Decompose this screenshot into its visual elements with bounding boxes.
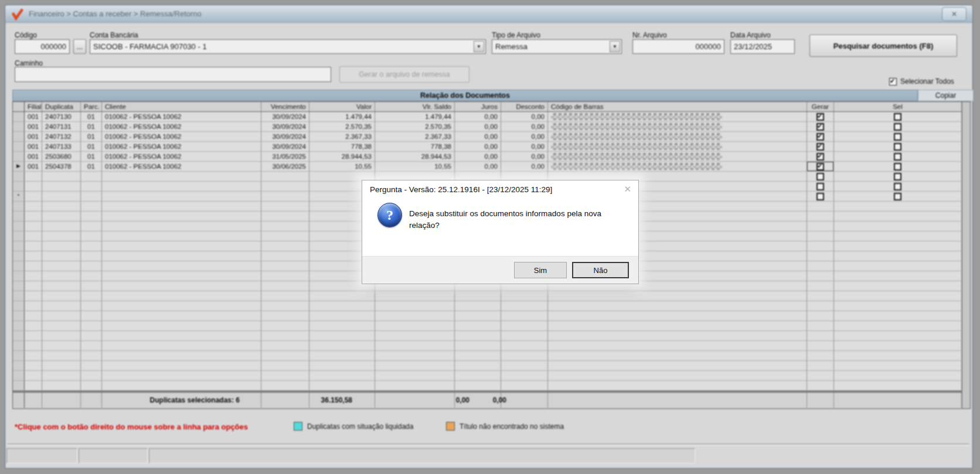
cell-empty	[81, 271, 102, 281]
chevron-down-icon[interactable]: ▼	[474, 41, 484, 52]
selecionar-todos[interactable]: Selecionar Todos	[889, 77, 954, 86]
cell-valor: 1.479,44	[309, 112, 375, 121]
barcode-masked	[551, 133, 722, 140]
cell-empty	[834, 393, 962, 408]
row-indicator-empty	[13, 291, 25, 301]
cell-empty	[309, 311, 375, 320]
sel-checkbox[interactable]	[894, 163, 901, 170]
status-panel	[6, 448, 77, 463]
cell-empty	[25, 221, 42, 231]
cell-cliente: 010062 - PESSOA 10062	[102, 122, 261, 131]
sel-checkbox[interactable]	[894, 193, 901, 200]
cell-empty	[25, 241, 42, 251]
table-row[interactable]: 001240713001010062 - PESSOA 1006230/09/2…	[13, 112, 970, 122]
cell-empty	[102, 202, 261, 211]
table-row-empty[interactable]	[13, 361, 970, 371]
table-row-empty[interactable]	[13, 291, 970, 301]
cell-empty	[25, 341, 42, 350]
gerar-checkbox[interactable]	[816, 143, 824, 151]
nr-arquivo-input[interactable]: 000000	[632, 39, 724, 54]
table-row-empty[interactable]	[13, 311, 970, 321]
chevron-down-icon[interactable]: ▼	[610, 41, 620, 52]
sim-button[interactable]: Sim	[514, 262, 567, 278]
table-row-empty[interactable]	[13, 331, 970, 341]
gerar-checkbox[interactable]	[816, 133, 824, 141]
gerar-checkbox[interactable]	[816, 113, 824, 121]
sel-checkbox[interactable]	[894, 143, 901, 151]
table-row-empty[interactable]	[13, 341, 970, 351]
sel-checkbox[interactable]	[894, 133, 901, 141]
row-indicator-empty	[13, 221, 25, 231]
browse-button[interactable]: ...	[73, 39, 86, 54]
conta-bancaria-select[interactable]: SICOOB - FARMACIA 907030 - 1 ▼	[90, 39, 486, 54]
cell-cliente: 010062 - PESSOA 10062	[102, 152, 261, 161]
nr-arquivo-label: Nr. Arquivo	[632, 31, 667, 39]
cell-empty	[834, 241, 962, 251]
codigo-input[interactable]: 000000	[15, 39, 70, 54]
sel-checkbox[interactable]	[894, 153, 901, 161]
table-row-empty[interactable]	[13, 321, 970, 331]
cell-empty	[501, 351, 548, 360]
cell-empty	[834, 231, 962, 241]
cell-vencimento: 30/06/2025	[261, 162, 309, 171]
cell-cliente: 010062 - PESSOA 10062	[102, 162, 261, 171]
table-row[interactable]: 001240713201010062 - PESSOA 1006230/09/2…	[13, 132, 970, 142]
legend-label: Duplicatas com situação liquidada	[307, 422, 413, 431]
cell-valor: 2.570,35	[309, 122, 375, 131]
table-row-empty[interactable]	[13, 371, 970, 381]
window-close-button[interactable]: ✕	[942, 7, 967, 21]
table-row-empty[interactable]	[13, 301, 970, 311]
gerar-checkbox[interactable]	[816, 183, 824, 190]
dialog-message: Deseja substituir os documentos informad…	[409, 208, 628, 232]
cell-vencimento: 30/09/2024	[261, 112, 309, 121]
cell-empty	[834, 221, 962, 231]
sel-checkbox[interactable]	[894, 113, 901, 121]
cell-vencimento: 30/09/2024	[261, 122, 309, 131]
totals-desconto: 0,00	[460, 396, 506, 404]
gerar-checkbox[interactable]	[816, 173, 824, 180]
row-indicator-empty	[13, 393, 25, 408]
gerar-checkbox[interactable]	[816, 123, 824, 131]
cell-gerar	[807, 132, 834, 141]
codigo-label: Código	[15, 31, 37, 39]
cell-empty	[42, 221, 81, 231]
cell-vencimento: 30/09/2024	[261, 132, 309, 141]
window-titlebar: Financeiro > Contas a receber > Remessa/…	[5, 5, 972, 23]
tipo-arquivo-select[interactable]: Remessa ▼	[492, 39, 622, 54]
selecionar-todos-checkbox[interactable]	[889, 78, 897, 86]
totals-valor: 36.150,58	[276, 396, 352, 404]
gerar-checkbox[interactable]	[816, 153, 824, 161]
row-indicator-empty	[13, 301, 25, 311]
cell-filial	[25, 182, 42, 191]
table-row[interactable]: 001240713101010062 - PESSOA 1006230/09/2…	[13, 122, 970, 132]
cell-empty	[81, 231, 102, 241]
grid-scrollbar[interactable]	[962, 102, 970, 408]
sel-checkbox[interactable]	[894, 183, 901, 190]
nao-button[interactable]: Não	[572, 262, 629, 278]
dialog-close-icon[interactable]: ✕	[624, 184, 631, 195]
cell-empty	[834, 261, 962, 271]
cell-parc: 01	[81, 132, 102, 141]
table-row[interactable]: 001250368001010062 - PESSOA 1006231/05/2…	[13, 152, 970, 162]
sel-checkbox[interactable]	[894, 173, 901, 180]
gerar-checkbox[interactable]	[816, 193, 824, 200]
cell-empty	[807, 291, 834, 301]
grid-header-row[interactable]: FilialDuplicataParc.ClienteVencimentoVal…	[13, 102, 970, 112]
gerar-checkbox[interactable]	[816, 163, 824, 170]
pesquisar-documentos-button[interactable]: Pesquisar documentos (F8)	[809, 35, 957, 57]
caminho-input[interactable]	[15, 67, 331, 82]
data-arquivo-input[interactable]: 23/12/2025	[730, 39, 795, 54]
column-header: Filial	[25, 102, 42, 111]
copiar-button[interactable]: Copiar	[918, 90, 974, 101]
cell-empty	[309, 331, 375, 340]
cell-empty	[309, 321, 375, 330]
cell-empty	[807, 271, 834, 281]
row-indicator-empty	[13, 321, 25, 330]
table-row[interactable]: 001240713301010062 - PESSOA 1006230/09/2…	[13, 142, 970, 152]
table-row-empty[interactable]	[13, 381, 970, 391]
table-row[interactable]: ▶001250437801010062 - PESSOA 1006230/06/…	[13, 162, 970, 172]
cell-empty	[501, 321, 548, 330]
table-row-empty[interactable]	[13, 351, 970, 361]
conta-bancaria-value: SICOOB - FARMACIA 907030 - 1	[93, 42, 207, 51]
sel-checkbox[interactable]	[894, 123, 901, 131]
